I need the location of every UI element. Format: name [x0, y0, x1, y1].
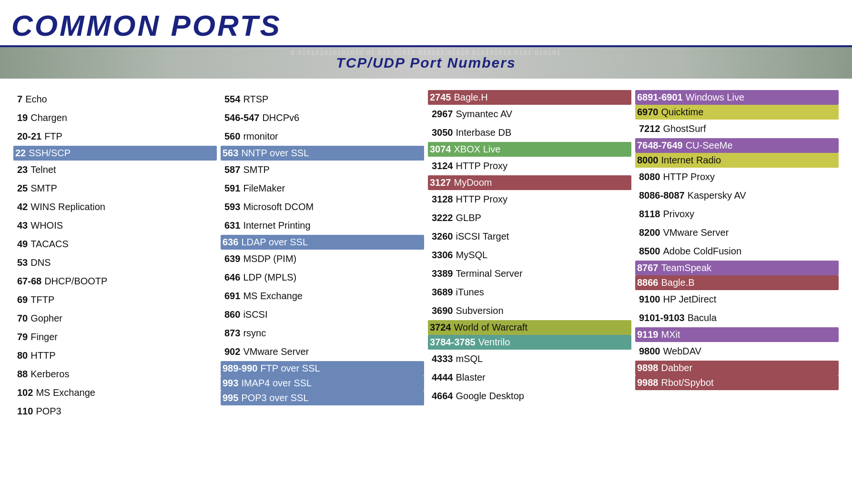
port-number: 995	[223, 391, 238, 405]
port-name: MyDoom	[454, 176, 492, 190]
port-name: Subversion	[456, 304, 504, 318]
port-number: 8118	[639, 207, 660, 221]
port-name: POP3	[36, 404, 61, 418]
port-name: Kaspersky AV	[688, 189, 746, 202]
port-entry: 9101-9103 Bacula	[635, 309, 839, 327]
port-number: 3689	[432, 285, 453, 299]
port-number: 593	[224, 200, 240, 214]
port-number: 7212	[639, 122, 660, 136]
port-name: SMTP	[30, 181, 57, 195]
port-name: HTTP	[30, 349, 55, 363]
port-number: 67-68	[17, 274, 41, 288]
port-number: 989-990	[223, 362, 257, 375]
page-header: COMMON PORTS	[0, 0, 852, 47]
port-name: Finger	[30, 330, 58, 344]
port-number: 6970	[637, 105, 659, 119]
port-name: HTTP Proxy	[456, 159, 508, 173]
port-name: SSH/SCP	[29, 146, 71, 160]
port-number: 3724	[430, 321, 451, 334]
port-entry: 9119 MXit	[635, 327, 839, 342]
port-number: 9988	[637, 376, 659, 390]
port-number: 636	[223, 235, 238, 249]
port-name: rsync	[243, 326, 266, 340]
port-number: 8000	[637, 153, 659, 167]
port-entry: 2967 Symantec AV	[428, 105, 631, 123]
port-number: 9800	[639, 344, 660, 358]
banner-title: TCP/UDP Port Numbers	[336, 55, 516, 71]
port-number: 79	[17, 330, 28, 344]
port-entry: 20-21 FTP	[13, 127, 217, 146]
port-entry: 3128 HTTP Proxy	[428, 190, 631, 209]
port-number: 554	[224, 92, 240, 106]
port-entry: 631 Internet Printing	[221, 216, 424, 235]
port-entry: 8866 Bagle.B	[635, 275, 839, 290]
port-name: FileMaker	[243, 181, 285, 195]
port-name: FTP	[44, 130, 62, 143]
port-name: Bagle.H	[454, 91, 488, 104]
port-number: 88	[17, 367, 28, 381]
port-name: Telnet	[30, 163, 56, 177]
port-name: CU-SeeMe	[686, 139, 733, 152]
column-4: 6891-6901 Windows Live6970 Quicktime7212…	[633, 90, 841, 421]
port-entry: 6891-6901 Windows Live	[635, 90, 839, 105]
port-name: TFTP	[30, 293, 54, 307]
port-entry: 80 HTTP	[13, 346, 217, 365]
port-name: Terminal Server	[456, 267, 523, 281]
port-entry: 639 MSDP (PIM)	[221, 250, 424, 268]
port-name: MS Exchange	[36, 386, 95, 400]
port-name: Microsoft DCOM	[243, 200, 314, 214]
port-number: 587	[224, 163, 240, 177]
port-entry: 4664 Google Desktop	[428, 387, 631, 405]
port-entry: 88 Kerberos	[13, 365, 217, 383]
port-number: 3050	[432, 126, 453, 140]
port-number: 22	[15, 146, 26, 160]
port-entry: 7212 GhostSurf	[635, 120, 839, 138]
port-number: 53	[17, 256, 28, 270]
port-entry: 691 MS Exchange	[221, 287, 424, 305]
port-name: Gopher	[30, 312, 62, 325]
port-number: 3784-3785	[430, 335, 476, 349]
port-entry: 873 rsync	[221, 324, 424, 343]
port-number: 8086-8087	[639, 189, 685, 202]
port-name: WHOIS	[30, 219, 63, 232]
port-entry: 110 POP3	[13, 402, 217, 421]
port-number: 102	[17, 386, 33, 400]
port-name: HTTP Proxy	[456, 192, 508, 206]
port-entry: 989-990 FTP over SSL	[221, 361, 424, 376]
port-number: 80	[17, 349, 28, 363]
port-number: 9898	[637, 361, 659, 375]
port-number: 3222	[432, 211, 453, 225]
port-number: 560	[224, 130, 240, 143]
port-entry: 4333 mSQL	[428, 350, 631, 368]
port-number: 7	[17, 92, 22, 106]
port-name: POP3 over SSL	[241, 391, 308, 405]
port-number: 20-21	[17, 130, 41, 143]
port-name: WINS Replication	[30, 200, 105, 214]
port-name: Internet Printing	[243, 219, 310, 232]
banner: TCP/UDP Port Numbers	[0, 47, 852, 79]
port-name: MySQL	[456, 248, 488, 262]
port-number: 8500	[639, 244, 660, 258]
port-entry: 4444 Blaster	[428, 368, 631, 387]
port-name: VMware Server	[243, 345, 309, 359]
port-name: VMware Server	[663, 226, 729, 240]
port-entry: 3124 HTTP Proxy	[428, 157, 631, 175]
port-entry: 9800 WebDAV	[635, 342, 839, 361]
port-number: 8200	[639, 226, 660, 240]
port-number: 9101-9103	[639, 311, 685, 325]
port-name: World of Warcraft	[454, 321, 527, 334]
port-entry: 23 Telnet	[13, 161, 217, 179]
port-name: RTSP	[243, 92, 268, 106]
port-name: NNTP over SSL	[241, 146, 309, 160]
port-entry: 546-547 DHCPv6	[221, 109, 424, 127]
port-name: LDP (MPLS)	[243, 271, 296, 284]
port-name: WebDAV	[663, 344, 701, 358]
port-number: 993	[223, 376, 238, 390]
port-number: 631	[224, 219, 240, 232]
port-entry: 9100 HP JetDirect	[635, 290, 839, 309]
port-entry: 860 iSCSI	[221, 305, 424, 324]
port-entry: 3260 iSCSI Target	[428, 227, 631, 246]
port-entry: 69 TFTP	[13, 291, 217, 309]
port-name: iSCSI	[243, 308, 267, 322]
port-name: DNS	[30, 256, 51, 270]
